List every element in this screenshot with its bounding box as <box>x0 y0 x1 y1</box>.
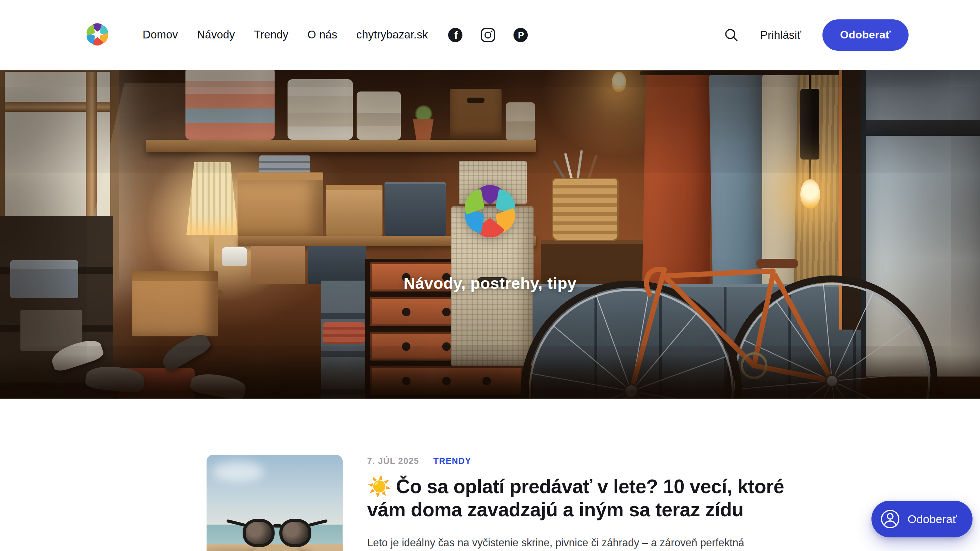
post-thumbnail[interactable] <box>207 455 343 551</box>
nav-item-navody[interactable]: Návody <box>197 29 235 41</box>
search-icon[interactable] <box>724 27 739 43</box>
social-links: f P <box>448 27 528 43</box>
main-nav: Domov Návody Trendy O nás chytrybazar.sk <box>143 29 428 41</box>
hero-banner: Návody, postrehy, tipy <box>0 70 980 399</box>
subscribe-button[interactable]: Odoberať <box>822 19 908 51</box>
thumb-sunglasses-bridge <box>273 524 282 527</box>
thumb-sunglasses-lens <box>243 519 275 547</box>
thumb-cloud <box>213 462 264 482</box>
nav-item-o-nas[interactable]: O nás <box>308 29 337 41</box>
svg-text:P: P <box>518 30 524 40</box>
post-category-link[interactable]: TRENDY <box>434 456 471 466</box>
svg-text:f: f <box>454 30 458 41</box>
thumb-sunglasses-lens <box>279 519 311 547</box>
hero-tagline: Návody, postrehy, tipy <box>404 274 576 292</box>
login-link[interactable]: Prihlásiť <box>760 29 801 41</box>
facebook-icon[interactable]: f <box>448 27 463 43</box>
nav-item-chytrybazar[interactable]: chytrybazar.sk <box>356 29 428 41</box>
post-date: 7. JÚL 2025 <box>367 456 419 466</box>
brand-logo-icon <box>457 179 523 244</box>
nav-item-trendy[interactable]: Trendy <box>254 29 288 41</box>
site-logo[interactable] <box>83 19 111 51</box>
post-excerpt: Leto je ideálny čas na vyčistenie skrine… <box>367 533 791 551</box>
person-icon <box>880 509 900 529</box>
post-title-line: Čo sa oplatí predávať v lete? 10 vecí, k… <box>396 475 784 497</box>
thumb-sea <box>207 525 343 546</box>
instagram-icon[interactable] <box>480 27 495 43</box>
header-actions: Prihlásiť Odoberať <box>724 19 908 51</box>
post-meta: 7. JÚL 2025 TRENDY <box>367 456 791 466</box>
floating-subscribe-button[interactable]: Odoberať <box>872 501 972 537</box>
pinterest-icon[interactable]: P <box>513 27 528 43</box>
post-body: 7. JÚL 2025 TRENDY ☀️Čo sa oplatí predáv… <box>367 455 791 551</box>
sun-emoji: ☀️ <box>367 475 391 497</box>
post-excerpt-line: Leto je ideálny čas na vyčistenie skrine… <box>367 537 744 549</box>
nav-item-domov[interactable]: Domov <box>143 29 178 41</box>
post-title-link[interactable]: ☀️Čo sa oplatí predávať v lete? 10 vecí,… <box>367 475 791 521</box>
floating-subscribe-label: Odoberať <box>907 513 957 526</box>
post-card: 7. JÚL 2025 TRENDY ☀️Čo sa oplatí predáv… <box>207 455 980 551</box>
brand-logo-icon <box>83 19 111 50</box>
post-feed: 7. JÚL 2025 TRENDY ☀️Čo sa oplatí predáv… <box>0 399 980 551</box>
post-title-line: vám doma zavadzajú a iným sa teraz zídu <box>367 499 743 520</box>
hero-content: Návody, postrehy, tipy <box>0 71 980 399</box>
site-header: Domov Návody Trendy O nás chytrybazar.sk… <box>0 0 980 70</box>
